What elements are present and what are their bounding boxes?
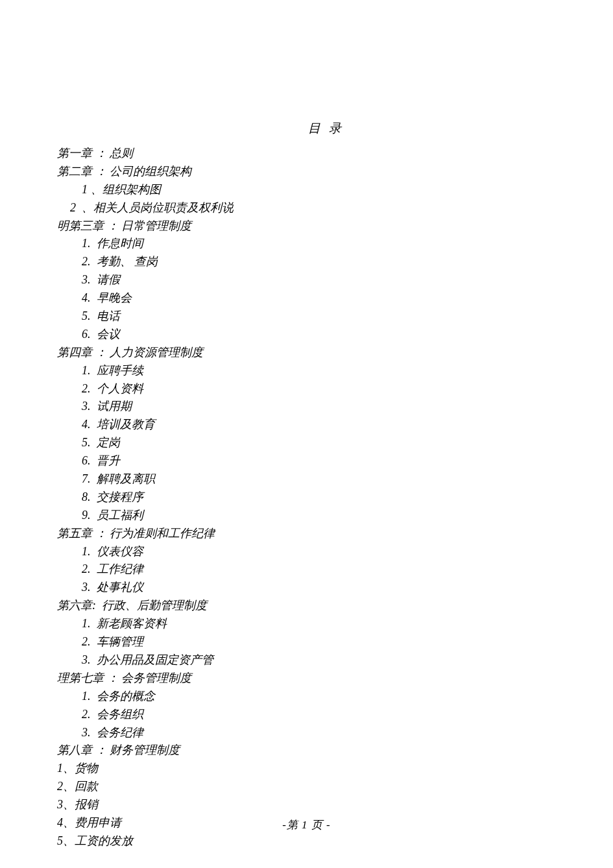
toc-line: 3. 处事礼仪 (57, 579, 613, 597)
toc-line: 3. 会务纪律 (57, 724, 613, 742)
toc-line: 3. 试用期 (57, 398, 613, 416)
toc-line: 2. 工作纪律 (57, 561, 613, 579)
toc-line: 8. 交接程序 (57, 488, 613, 507)
toc-line: 5. 电话 (57, 307, 613, 326)
toc-line: 7. 解聘及离职 (57, 470, 613, 488)
toc-line: 6. 会议 (57, 326, 613, 344)
toc-line: 9. 员工福利 (57, 507, 613, 525)
toc-line: 5. 定岗 (57, 434, 613, 452)
toc-line: 2 、相关人员岗位职责及权利说 (57, 199, 613, 217)
toc-line: 3. 请假 (57, 271, 613, 289)
toc-line: 2. 考勤、 查岗 (57, 253, 613, 271)
toc-line: 3. 办公用品及固定资产管 (57, 651, 613, 669)
toc-content: 第一章 ： 总则第二章 ： 公司的组织架构1 、组织架构图2 、相关人员岗位职责… (0, 145, 613, 850)
document-page: 目 录 第一章 ： 总则第二章 ： 公司的组织架构1 、组织架构图2 、相关人员… (0, 0, 613, 868)
toc-line: 1. 作息时间 (57, 235, 613, 253)
toc-line: 第四章 ： 人力资源管理制度 (57, 344, 613, 362)
toc-line: 理第七章 ： 会务管理制度 (57, 669, 613, 688)
toc-line: 5、工资的发放 (57, 832, 613, 850)
toc-line: 第六章: 行政、后勤管理制度 (57, 597, 613, 615)
toc-line: 4. 早晚会 (57, 289, 613, 307)
toc-line: 明第三章 ： 日常管理制度 (57, 217, 613, 235)
toc-title: 目 录 (0, 120, 613, 137)
toc-line: 2. 会务组织 (57, 706, 613, 724)
toc-line: 4. 培训及教育 (57, 416, 613, 434)
page-footer: -第 1 页 - (0, 817, 613, 832)
toc-line: 1. 应聘手续 (57, 362, 613, 380)
toc-line: 6. 晋升 (57, 452, 613, 470)
toc-line: 1. 仪表仪容 (57, 543, 613, 561)
toc-line: 1. 会务的概念 (57, 688, 613, 706)
toc-line: 2. 个人资料 (57, 380, 613, 398)
toc-line: 第五章 ： 行为准则和工作纪律 (57, 525, 613, 543)
toc-line: 1. 新老顾客资料 (57, 615, 613, 633)
toc-line: 第一章 ： 总则 (57, 145, 613, 163)
toc-line: 1 、组织架构图 (57, 181, 613, 199)
toc-line: 2、回款 (57, 778, 613, 796)
toc-line: 1、货物 (57, 760, 613, 778)
toc-line: 3、报销 (57, 796, 613, 814)
toc-line: 第二章 ： 公司的组织架构 (57, 163, 613, 181)
toc-line: 2. 车辆管理 (57, 633, 613, 651)
toc-line: 第八章 ： 财务管理制度 (57, 741, 613, 760)
